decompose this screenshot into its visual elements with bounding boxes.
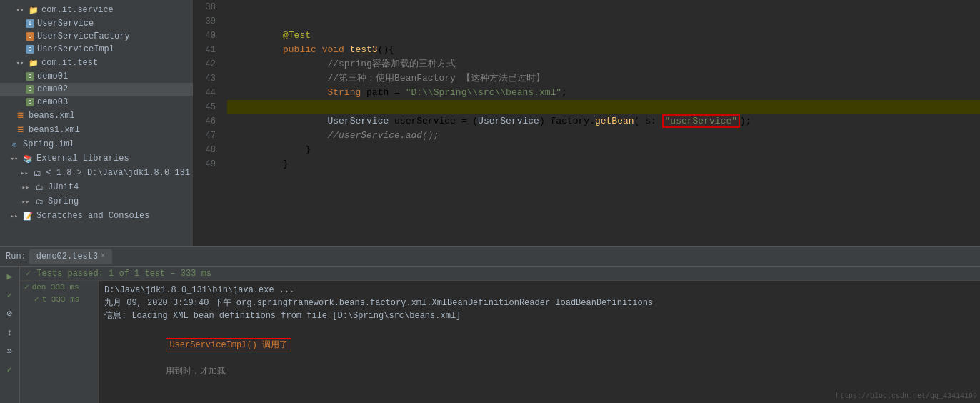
code-line-39: @Test (227, 14, 980, 29)
code-line-49 (227, 157, 980, 171)
sidebar-item-UserService[interactable]: I UserService (0, 17, 193, 30)
pass-icon: ✓ (26, 268, 31, 279)
line-numbers-gutter: 38 39 40 ▶ 41 42 43 44 45 46 47 48 49 (193, 0, 221, 246)
iml-icon: ⚙ (9, 139, 20, 150)
sidebar-label: UserServiceImpl (37, 44, 114, 54)
code-line-45: UserService userService = (UserService) … (227, 100, 980, 114)
line-num-46: 46 (193, 114, 216, 129)
line-num-38: 38 (193, 0, 216, 14)
expand-icon: ▾ (14, 57, 26, 69)
code-line-41: //spring容器加载的三种方式 (227, 43, 980, 57)
run-tab-label: Run: (6, 252, 26, 262)
output-line-result: UserServiceImpl() 调用了 用到时，才加载 (104, 325, 974, 391)
run-output: D:\Java\jdk1.8.0_131\bin\java.exe ... 九月… (99, 281, 980, 403)
run-left-label-t: t 333 ms (42, 295, 80, 304)
sidebar-label: Spring.iml (23, 139, 74, 149)
run-tab-name: demo02.test3 (36, 252, 98, 262)
sidebar-label: Scratches and Consoles (36, 211, 149, 221)
run-left-item-t[interactable]: ✓ t 333 ms (20, 293, 98, 305)
xml-icon: ☰ (14, 110, 26, 121)
check-pass-icon: ✓ (24, 282, 29, 292)
arrow-scratches-icon: ▸ (9, 210, 20, 222)
class-c-icon: c (26, 45, 34, 54)
line-num-40: 40 ▶ (193, 29, 216, 43)
check-button[interactable]: ✓ (3, 288, 17, 302)
line-num-39: 39 (193, 14, 216, 29)
xml1-icon: ☰ (14, 124, 26, 136)
sidebar-item-com-it-test[interactable]: ▾ 📁 com.it.test (0, 56, 193, 70)
code-line-46: //userService.add(); (227, 114, 980, 129)
run-panel: Run: demo02.test3 × ▶ ✓ ⊘ ↕ » ✓ ✓ Tests … (0, 246, 980, 403)
sidebar-label: demo01 (37, 71, 68, 81)
run-button[interactable]: ▶ (3, 269, 17, 284)
check-pass-t-icon: ✓ (34, 294, 39, 304)
status-text: Tests passed: 1 of 1 test – 333 ms (36, 269, 211, 279)
expand-ext-icon: ▾ (9, 153, 20, 164)
run-tab-demo02[interactable]: demo02.test3 × (29, 249, 112, 264)
run-left-item-den[interactable]: ✓ den 333 ms (20, 281, 98, 293)
code-line-47: } (227, 129, 980, 143)
sidebar-label: External Libraries (36, 154, 129, 164)
sidebar-item-demo03[interactable]: c demo03 (0, 96, 193, 109)
sidebar-item-scratches[interactable]: ▸ 📝 Scratches and Consoles (0, 209, 193, 223)
arrow-junit-icon: ▸ (20, 181, 31, 193)
test-icon3: c (26, 98, 34, 106)
arrow-spring-icon: ▸ (20, 196, 31, 207)
run-tabs-bar: Run: demo02.test3 × (0, 247, 980, 267)
run-tab-close[interactable]: × (101, 252, 105, 260)
sidebar-label: < 1.8 > D:\Java\jdk1.8.0_131 (46, 168, 190, 178)
output-note: 用到时，才加载 (166, 367, 226, 377)
sidebar-item-beans1-xml[interactable]: ☰ beans1.xml (0, 123, 193, 137)
code-line-48: } (227, 143, 980, 157)
code-content[interactable]: @Test public void test3(){ //spring容器加载的… (221, 0, 980, 246)
spring-icon: 🗂 (34, 196, 45, 207)
sidebar-label: demo02 (37, 84, 68, 94)
sidebar-label: com.it.service (41, 5, 114, 15)
jdk-icon: 🗂 (32, 167, 43, 179)
line-num-44: 44 (193, 86, 216, 100)
run-toolbar: ▶ ✓ ⊘ ↕ » ✓ (0, 267, 20, 403)
run-right-section: ✓ Tests passed: 1 of 1 test – 333 ms ✓ d… (20, 267, 980, 403)
sidebar-item-beans-xml[interactable]: ☰ beans.xml (0, 109, 193, 123)
code-line-44: BeanFactory factory = new XmlBeanFactory… (227, 86, 980, 100)
run-status-bar: ✓ Tests passed: 1 of 1 test – 333 ms (20, 267, 980, 281)
sidebar-item-demo02[interactable]: c demo02 (0, 83, 193, 96)
sidebar-item-junit4[interactable]: ▸ 🗂 JUnit4 (0, 180, 193, 194)
class-icon: C (26, 32, 34, 41)
sidebar-item-spring[interactable]: ▸ 🗂 Spring (0, 194, 193, 209)
sidebar-label: com.it.test (41, 58, 98, 68)
sidebar-label: JUnit4 (48, 182, 79, 192)
sidebar-label: demo03 (37, 97, 68, 107)
sidebar-item-com-it-service[interactable]: ▾ 📁 com.it.service (0, 3, 193, 17)
line-num-47: 47 (193, 129, 216, 143)
sidebar-item-UserServiceImpl[interactable]: c UserServiceImpl (0, 43, 193, 56)
pass-check-button[interactable]: ✓ (3, 362, 17, 377)
sidebar-item-UserServiceFactory[interactable]: C UserServiceFactory (0, 30, 193, 43)
sidebar-label: Spring (48, 196, 79, 207)
scratches-icon: 📝 (22, 210, 34, 222)
lib-icon: 📚 (22, 153, 34, 164)
line-num-45: 45 (193, 100, 216, 114)
line-num-48: 48 (193, 143, 216, 157)
code-line-38 (227, 0, 980, 14)
output-line-blank (104, 394, 974, 403)
sidebar-item-demo01[interactable]: c demo01 (0, 70, 193, 83)
stop-button[interactable]: ⊘ (3, 307, 17, 321)
sidebar-item-external-libraries[interactable]: ▾ 📚 External Libraries (0, 151, 193, 166)
expand-icon: ▾ (14, 4, 26, 16)
line-num-49: 49 (193, 157, 216, 171)
run-content: ✓ den 333 ms ✓ t 333 ms D:\Java\jdk1.8.0… (20, 281, 980, 403)
folder-icon: 📁 (28, 57, 39, 69)
output-line-path: D:\Java\jdk1.8.0_131\bin\java.exe ... (104, 284, 974, 297)
run-left-label-den: den 333 ms (32, 283, 79, 292)
main-area: ▾ 📁 com.it.service I UserService C UserS… (0, 0, 980, 246)
run-left-panel: ✓ den 333 ms ✓ t 333 ms (20, 281, 99, 403)
code-editor[interactable]: 38 39 40 ▶ 41 42 43 44 45 46 47 48 49 (193, 0, 980, 246)
rerun-button[interactable]: ↕ (3, 325, 17, 339)
sidebar-item-spring-iml[interactable]: ⚙ Spring.iml (0, 137, 193, 151)
more-button[interactable]: » (3, 344, 17, 358)
sidebar-label: UserService (37, 19, 94, 29)
code-line-42: //第三种：使用BeanFactory 【这种方法已过时】 (227, 57, 980, 71)
line-num-42: 42 (193, 57, 216, 71)
sidebar-item-jdk[interactable]: ▸ 🗂 < 1.8 > D:\Java\jdk1.8.0_131 (0, 166, 193, 180)
